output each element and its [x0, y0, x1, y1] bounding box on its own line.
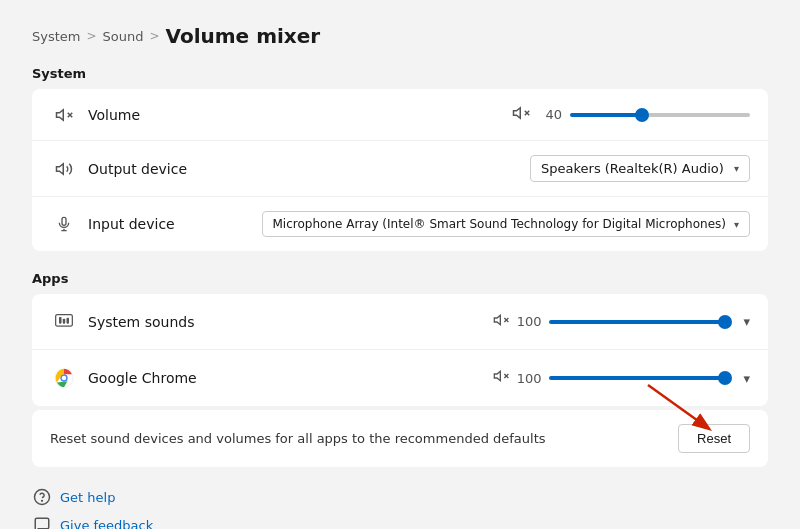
- input-device-chevron: ▾: [734, 219, 739, 230]
- system-section-label: System: [32, 66, 768, 81]
- mute-icon[interactable]: [512, 104, 530, 126]
- system-sounds-row: System sounds 100 ▾: [32, 294, 768, 350]
- volume-control: 40: [512, 104, 750, 126]
- footer-links: Get help Give feedback: [32, 487, 768, 529]
- svg-point-20: [62, 376, 67, 381]
- breadcrumb: System > Sound > Volume mixer: [32, 24, 768, 48]
- chrome-volume: 100: [517, 371, 542, 386]
- volume-label: Volume: [78, 107, 512, 123]
- breadcrumb-sep2: >: [149, 29, 159, 43]
- volume-slider[interactable]: [570, 113, 750, 117]
- get-help-label: Get help: [60, 490, 115, 505]
- system-sounds-slider[interactable]: [549, 320, 729, 324]
- volume-speaker-icon: [50, 106, 78, 124]
- chrome-expand-icon[interactable]: ▾: [743, 371, 750, 386]
- give-feedback-link[interactable]: Give feedback: [32, 515, 768, 529]
- svg-rect-7: [62, 217, 66, 225]
- system-sounds-mute-icon[interactable]: [493, 312, 509, 332]
- chrome-icon: [50, 367, 78, 389]
- input-device-row: Input device Microphone Array (Intel® Sm…: [32, 197, 768, 251]
- volume-slider-thumb[interactable]: [635, 108, 649, 122]
- apps-card: System sounds 100 ▾: [32, 294, 768, 406]
- svg-rect-11: [59, 317, 62, 324]
- reset-description: Reset sound devices and volumes for all …: [50, 431, 546, 446]
- breadcrumb-sound[interactable]: Sound: [103, 29, 144, 44]
- reset-section: Reset sound devices and volumes for all …: [32, 410, 768, 467]
- system-sounds-icon: [50, 312, 78, 332]
- system-sounds-label: System sounds: [78, 314, 493, 330]
- chrome-mute-icon[interactable]: [493, 368, 509, 388]
- svg-marker-3: [514, 107, 521, 118]
- reset-row: Reset sound devices and volumes for all …: [32, 410, 768, 467]
- chrome-row: Google Chrome 100 ▾: [32, 350, 768, 406]
- input-device-select[interactable]: Microphone Array (Intel® Smart Sound Tec…: [262, 211, 750, 237]
- svg-marker-0: [57, 109, 64, 120]
- input-device-icon: [50, 215, 78, 233]
- get-help-link[interactable]: Get help: [32, 487, 768, 507]
- output-device-select[interactable]: Speakers (Realtek(R) Audio) ▾: [530, 155, 750, 182]
- svg-marker-6: [57, 163, 64, 174]
- system-sounds-expand-icon[interactable]: ▾: [743, 314, 750, 329]
- breadcrumb-current: Volume mixer: [166, 24, 321, 48]
- get-help-icon: [32, 487, 52, 507]
- input-device-label: Input device: [78, 216, 262, 232]
- breadcrumb-system[interactable]: System: [32, 29, 80, 44]
- give-feedback-icon: [32, 515, 52, 529]
- output-device-row: Output device Speakers (Realtek(R) Audio…: [32, 141, 768, 197]
- output-device-chevron: ▾: [734, 163, 739, 174]
- breadcrumb-sep1: >: [86, 29, 96, 43]
- svg-marker-21: [494, 371, 500, 380]
- chrome-label: Google Chrome: [78, 370, 493, 386]
- volume-row: Volume 40: [32, 89, 768, 141]
- apps-section-label: Apps: [32, 271, 768, 286]
- output-device-value: Speakers (Realtek(R) Audio): [541, 161, 724, 176]
- give-feedback-label: Give feedback: [60, 518, 153, 530]
- svg-rect-12: [63, 318, 66, 323]
- output-device-icon: [50, 160, 78, 178]
- system-sounds-control: 100 ▾: [493, 312, 750, 332]
- system-sounds-volume: 100: [517, 314, 542, 329]
- chrome-control: 100 ▾: [493, 368, 750, 388]
- reset-button[interactable]: Reset: [678, 424, 750, 453]
- chrome-slider-thumb[interactable]: [718, 371, 732, 385]
- input-device-value: Microphone Array (Intel® Smart Sound Tec…: [273, 217, 726, 231]
- system-card: Volume 40 Output device: [32, 89, 768, 251]
- svg-rect-13: [67, 317, 70, 323]
- volume-value: 40: [538, 107, 562, 122]
- svg-marker-14: [494, 315, 500, 324]
- system-sounds-slider-thumb[interactable]: [718, 315, 732, 329]
- output-device-label: Output device: [78, 161, 530, 177]
- chrome-slider[interactable]: [549, 376, 729, 380]
